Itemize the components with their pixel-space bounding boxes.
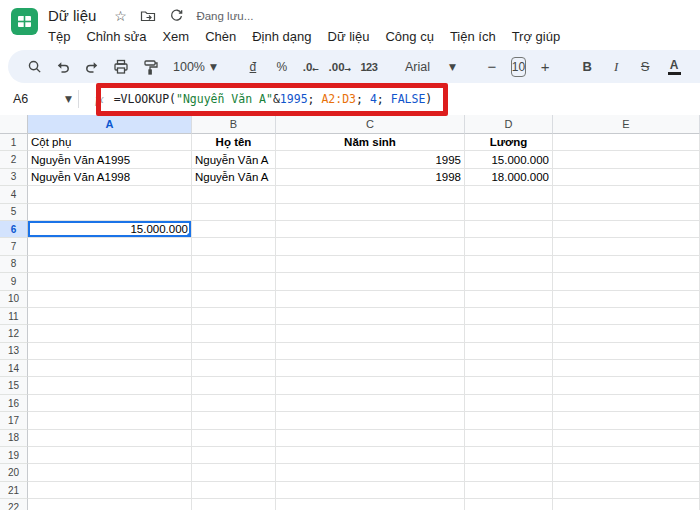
cell-E17[interactable]: [553, 412, 700, 429]
cell-E18[interactable]: [553, 430, 700, 447]
cell-D5[interactable]: [465, 204, 553, 221]
cell-B3[interactable]: Nguyễn Văn A: [192, 169, 276, 186]
row-header-19[interactable]: 19: [0, 447, 28, 464]
cell-B13[interactable]: [192, 343, 276, 360]
row-header-10[interactable]: 10: [0, 291, 28, 308]
cell-D20[interactable]: [465, 464, 553, 481]
row-header-22[interactable]: 22: [0, 499, 28, 510]
cell-D12[interactable]: [465, 325, 553, 342]
decrease-font-size-button[interactable]: −: [482, 55, 502, 79]
italic-button[interactable]: I: [606, 55, 626, 79]
cell-D22[interactable]: [465, 499, 553, 510]
cell-E14[interactable]: [553, 360, 700, 377]
cell-E7[interactable]: [553, 238, 700, 255]
cell-B6[interactable]: [192, 221, 276, 238]
row-header-16[interactable]: 16: [0, 395, 28, 412]
row-header-18[interactable]: 18: [0, 430, 28, 447]
cell-B2[interactable]: Nguyễn Văn A: [192, 151, 276, 168]
row-header-13[interactable]: 13: [0, 343, 28, 360]
cell-E22[interactable]: [553, 499, 700, 510]
document-title[interactable]: Dữ liệu: [48, 7, 96, 24]
cell-A6[interactable]: 15.000.000: [28, 221, 192, 238]
cell-C9[interactable]: [276, 273, 465, 290]
format-currency-button[interactable]: đ: [243, 55, 263, 79]
cell-A3[interactable]: Nguyễn Văn A1998: [28, 169, 192, 186]
increase-font-size-button[interactable]: +: [535, 55, 555, 79]
cell-C14[interactable]: [276, 360, 465, 377]
redo-icon[interactable]: [82, 55, 102, 79]
column-header-D[interactable]: D: [465, 115, 553, 134]
cell-A14[interactable]: [28, 360, 192, 377]
cell-D1[interactable]: Lương: [465, 134, 553, 151]
cell-D10[interactable]: [465, 291, 553, 308]
cell-E11[interactable]: [553, 308, 700, 325]
cell-A8[interactable]: [28, 256, 192, 273]
row-header-6[interactable]: 6: [0, 221, 28, 238]
column-header-C[interactable]: C: [276, 115, 465, 134]
cell-D8[interactable]: [465, 256, 553, 273]
menu-format[interactable]: Định dạng: [250, 28, 313, 45]
cell-E19[interactable]: [553, 447, 700, 464]
cell-C1[interactable]: Năm sinh: [276, 134, 465, 151]
row-header-4[interactable]: 4: [0, 186, 28, 203]
cell-D18[interactable]: [465, 430, 553, 447]
zoom-control[interactable]: 100% ▼: [169, 60, 221, 74]
cell-C2[interactable]: 1995: [276, 151, 465, 168]
menu-extensions[interactable]: Tiện ích: [448, 28, 498, 45]
row-header-11[interactable]: 11: [0, 308, 28, 325]
cell-E8[interactable]: [553, 256, 700, 273]
cell-E6[interactable]: [553, 221, 700, 238]
cell-C20[interactable]: [276, 464, 465, 481]
menu-file[interactable]: Tệp: [46, 28, 72, 45]
cell-C22[interactable]: [276, 499, 465, 510]
cell-A19[interactable]: [28, 447, 192, 464]
cell-B12[interactable]: [192, 325, 276, 342]
cell-C18[interactable]: [276, 430, 465, 447]
cell-E2[interactable]: [553, 151, 700, 168]
cell-A13[interactable]: [28, 343, 192, 360]
cell-D21[interactable]: [465, 482, 553, 499]
cell-C13[interactable]: [276, 343, 465, 360]
format-percent-button[interactable]: %: [272, 55, 292, 79]
cell-C16[interactable]: [276, 395, 465, 412]
cell-A4[interactable]: [28, 186, 192, 203]
cell-E15[interactable]: [553, 377, 700, 394]
cell-A1[interactable]: Cột phụ: [28, 134, 192, 151]
cell-A10[interactable]: [28, 291, 192, 308]
cell-E5[interactable]: [553, 204, 700, 221]
cell-A15[interactable]: [28, 377, 192, 394]
increase-decimal-button[interactable]: .00→: [330, 55, 350, 79]
cell-B8[interactable]: [192, 256, 276, 273]
cell-D4[interactable]: [465, 186, 553, 203]
cell-A21[interactable]: [28, 482, 192, 499]
row-header-1[interactable]: 1: [0, 134, 28, 151]
cell-D16[interactable]: [465, 395, 553, 412]
row-header-20[interactable]: 20: [0, 464, 28, 481]
formula-input[interactable]: =VLOOKUP("Nguyễn Văn A"&1995; A2:D3; 4; …: [114, 92, 433, 106]
cell-B1[interactable]: Họ tên: [192, 134, 276, 151]
cell-B21[interactable]: [192, 482, 276, 499]
bold-button[interactable]: B: [577, 55, 597, 79]
cell-E20[interactable]: [553, 464, 700, 481]
row-header-8[interactable]: 8: [0, 256, 28, 273]
cell-E9[interactable]: [553, 273, 700, 290]
move-folder-icon[interactable]: [140, 8, 156, 24]
cell-A2[interactable]: Nguyễn Văn A1995: [28, 151, 192, 168]
row-header-15[interactable]: 15: [0, 377, 28, 394]
paint-format-icon[interactable]: [140, 55, 160, 79]
cell-B5[interactable]: [192, 204, 276, 221]
cell-B17[interactable]: [192, 412, 276, 429]
row-header-7[interactable]: 7: [0, 238, 28, 255]
cell-C21[interactable]: [276, 482, 465, 499]
row-header-2[interactable]: 2: [0, 151, 28, 168]
cell-C17[interactable]: [276, 412, 465, 429]
cell-D19[interactable]: [465, 447, 553, 464]
cell-B10[interactable]: [192, 291, 276, 308]
star-icon[interactable]: ☆: [112, 8, 128, 24]
cell-B22[interactable]: [192, 499, 276, 510]
row-header-17[interactable]: 17: [0, 412, 28, 429]
cell-C11[interactable]: [276, 308, 465, 325]
menu-view[interactable]: Xem: [160, 28, 191, 45]
cell-E4[interactable]: [553, 186, 700, 203]
cell-C12[interactable]: [276, 325, 465, 342]
